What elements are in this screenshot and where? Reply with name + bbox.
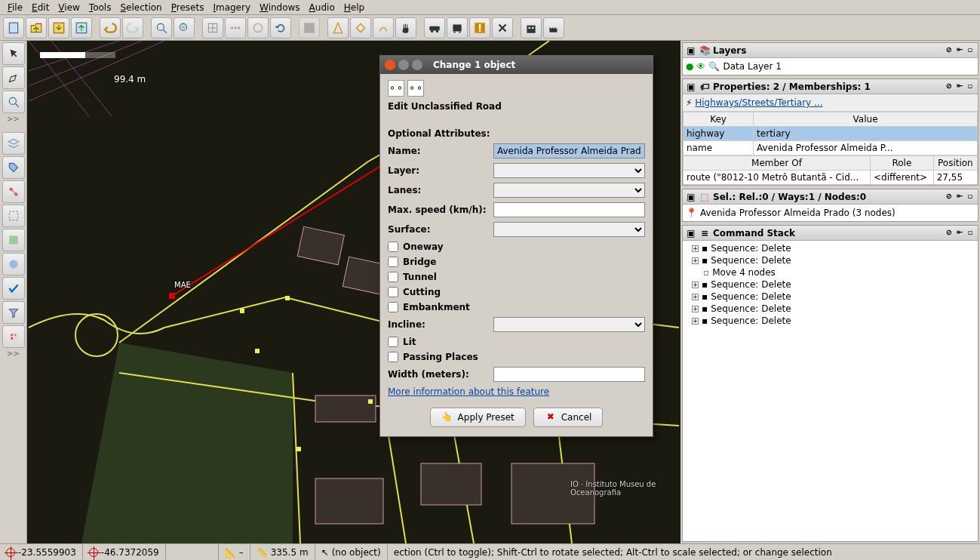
active-icon[interactable]: 👁 (696, 61, 705, 72)
tree-expand-icon[interactable]: + (692, 294, 699, 300)
more-info-link[interactable]: More information about this feature (388, 386, 645, 397)
surface-select[interactable] (493, 222, 645, 237)
validate-tool[interactable] (2, 277, 25, 300)
incline-select[interactable] (493, 317, 645, 332)
col-position[interactable]: Position (933, 156, 977, 171)
close-icon[interactable]: ▫ (966, 229, 975, 238)
redo-button[interactable] (122, 17, 143, 38)
overflow-label[interactable]: >> (7, 115, 20, 123)
bus-button[interactable] (447, 17, 468, 38)
pin-icon[interactable]: ⊘ (945, 46, 954, 55)
bridge-check[interactable] (388, 257, 398, 267)
tree-expand-icon[interactable]: + (692, 318, 699, 325)
minimize-icon[interactable]: ⇤ (955, 229, 964, 238)
new-button[interactable] (3, 17, 24, 38)
close-icon[interactable]: ▫ (966, 82, 975, 91)
close-icon[interactable]: ▫ (966, 46, 975, 55)
building-button[interactable] (521, 17, 542, 38)
tree-expand-icon[interactable]: + (692, 282, 699, 288)
command-row[interactable]: +▪Sequence: Delete (684, 242, 976, 254)
refresh-button[interactable] (270, 17, 291, 38)
map-tool[interactable] (2, 253, 25, 275)
command-row[interactable]: +▪Sequence: Delete (684, 315, 976, 327)
menu-windows[interactable]: Windows (255, 1, 305, 14)
panel-toggle-icon[interactable]: ▣ (686, 192, 696, 202)
pin-icon[interactable]: ⊘ (945, 82, 954, 91)
menu-file[interactable]: File (3, 1, 27, 14)
zoom-button[interactable] (151, 17, 172, 38)
col-role[interactable]: Role (871, 156, 934, 171)
zoom-tool[interactable] (2, 91, 25, 113)
selection-tool[interactable] (2, 205, 25, 227)
history-tool[interactable] (2, 229, 25, 251)
command-row[interactable]: +▪Sequence: Delete (684, 278, 976, 291)
menu-imagery[interactable]: Imagery (208, 1, 255, 14)
minimize-icon[interactable]: ⇤ (955, 192, 964, 202)
minimize-icon[interactable]: ⇤ (955, 82, 964, 91)
passing-check[interactable] (388, 352, 398, 362)
pin-icon[interactable]: ⊘ (945, 229, 954, 238)
dialog-min-icon[interactable] (398, 60, 409, 70)
visible-icon[interactable]: ● (686, 61, 693, 72)
menu-view[interactable]: View (54, 1, 84, 14)
command-row[interactable]: +▪Sequence: Delete (684, 303, 976, 315)
command-row[interactable]: +▪Sequence: Delete (684, 254, 976, 266)
upload-button[interactable] (71, 17, 92, 38)
wireframe-button[interactable] (202, 17, 223, 38)
crossing-button[interactable] (492, 17, 513, 38)
car-button[interactable] (424, 17, 445, 38)
panel-toggle-icon[interactable]: ▣ (686, 45, 696, 56)
preset-foot-button[interactable] (373, 17, 394, 38)
command-row[interactable]: +▪Sequence: Delete (684, 291, 976, 303)
imagery-button[interactable] (299, 17, 320, 38)
dialog-close-icon[interactable] (385, 60, 395, 70)
tree-expand-icon[interactable]: + (692, 245, 699, 252)
col-memberof[interactable]: Member Of (684, 156, 871, 171)
selection-row[interactable]: 📍 Avenida Professor Almeida Prado (3 nod… (686, 208, 975, 218)
apply-preset-button[interactable]: 👆Apply Preset (430, 408, 526, 427)
menu-audio[interactable]: Audio (305, 1, 339, 14)
menu-edit[interactable]: Edit (27, 1, 54, 14)
save-button[interactable] (48, 17, 69, 38)
panel-toggle-icon[interactable]: ▣ (686, 82, 696, 92)
panel-toggle-icon[interactable]: ▣ (686, 228, 696, 238)
warning-button[interactable]: ! (469, 17, 490, 38)
lanes-select[interactable] (493, 183, 645, 198)
circle-button[interactable] (247, 17, 269, 38)
layer-select[interactable] (493, 163, 645, 178)
select-tool[interactable] (2, 42, 25, 65)
open-button[interactable] (26, 17, 47, 38)
tree-expand-icon[interactable]: + (692, 257, 699, 264)
close-icon[interactable]: ▫ (966, 192, 975, 202)
layers-tool[interactable] (2, 132, 25, 155)
embankment-check[interactable] (388, 302, 398, 312)
menu-selection[interactable]: Selection (115, 1, 166, 14)
preset-link[interactable]: Highways/Streets/Tertiary ... (695, 97, 822, 108)
tunnel-check[interactable] (388, 272, 398, 282)
relations-tool[interactable] (2, 180, 25, 203)
palette-tool[interactable] (2, 325, 25, 348)
tags-tool[interactable] (2, 156, 25, 179)
hand-button[interactable] (395, 17, 416, 38)
dialog-max-icon[interactable] (412, 60, 422, 70)
filter-tool[interactable] (2, 301, 25, 324)
cancel-button[interactable]: ✖Cancel (533, 408, 604, 427)
table-row[interactable]: nameAvenida Professor Almeida P... (684, 141, 978, 155)
tree-expand-icon[interactable]: + (692, 306, 699, 312)
name-input[interactable] (493, 143, 645, 158)
table-row[interactable]: route ("8012-10 Metrô Butantã - Cid...<d… (684, 171, 978, 185)
oneway-check[interactable] (388, 242, 398, 252)
cutting-check[interactable] (388, 287, 398, 297)
layer-row[interactable]: ● 👁 🔍 Data Layer 1 (684, 60, 976, 73)
draw-tool[interactable] (2, 66, 25, 89)
col-value[interactable]: Value (754, 112, 978, 127)
menu-presets[interactable]: Presets (167, 1, 209, 14)
minimize-icon[interactable]: ⇤ (955, 46, 964, 55)
menu-help[interactable]: Help (339, 1, 369, 14)
zoom-data-button[interactable] (174, 17, 195, 38)
industry-button[interactable] (543, 17, 564, 38)
preset-highway-button[interactable] (327, 17, 349, 38)
preset-icon-2[interactable]: ⚬⚬ (407, 80, 424, 97)
width-input[interactable] (493, 367, 645, 382)
lit-check[interactable] (388, 337, 398, 347)
